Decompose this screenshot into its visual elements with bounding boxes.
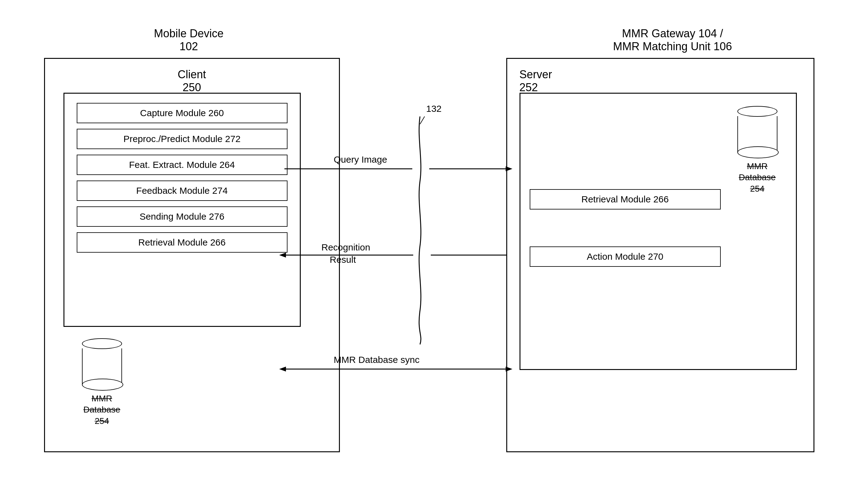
mmr-gateway-title: MMR Gateway 104 / MMR Matching Unit 106 <box>519 27 827 53</box>
preproc-module: Preproc./Predict Module 272 <box>77 129 287 149</box>
connection-wire <box>419 116 421 344</box>
db-body-client <box>82 348 122 385</box>
diagram: Mobile Device 102 Client 250 Capture Mod… <box>25 21 827 483</box>
capture-module: Capture Module 260 <box>77 103 287 123</box>
mobile-device-box: Client 250 Capture Module 260 Preproc./P… <box>44 58 340 452</box>
db-top-client <box>82 338 122 349</box>
action-module: Action Module 270 <box>530 247 721 267</box>
db-body-server <box>738 116 777 153</box>
svg-line-0 <box>420 116 425 124</box>
retrieval-module-server: Retrieval Module 266 <box>530 189 721 210</box>
client-database: MMR Database 254 <box>82 338 122 427</box>
server-box: MMR Database 254 Retrieval Module 266 Ac… <box>519 93 797 370</box>
server-database: MMR Database 254 <box>738 106 777 194</box>
client-title: Client 250 <box>45 68 339 94</box>
feedback-module: Feedback Module 274 <box>77 181 287 201</box>
mobile-device-title: Mobile Device 102 <box>50 27 327 53</box>
retrieval-module-client: Retrieval Module 266 <box>77 232 287 253</box>
db-top-server <box>738 106 777 117</box>
mmr-gateway-box: Server 252 MMR Database 254 Retrieval Mo… <box>506 58 814 452</box>
server-title: Server 252 <box>519 68 814 94</box>
server-db-label: MMR Database 254 <box>738 161 777 194</box>
mmr-sync-label: MMR Database sync <box>334 355 419 365</box>
connection-id-label: 132 <box>426 104 442 114</box>
client-box: Capture Module 260 Preproc./Predict Modu… <box>64 93 301 327</box>
feat-extract-module: Feat. Extract. Module 264 <box>77 155 287 175</box>
query-image-label: Query Image <box>334 154 387 164</box>
client-db-label: MMR Database 254 <box>82 393 122 427</box>
sending-module: Sending Module 276 <box>77 206 287 227</box>
